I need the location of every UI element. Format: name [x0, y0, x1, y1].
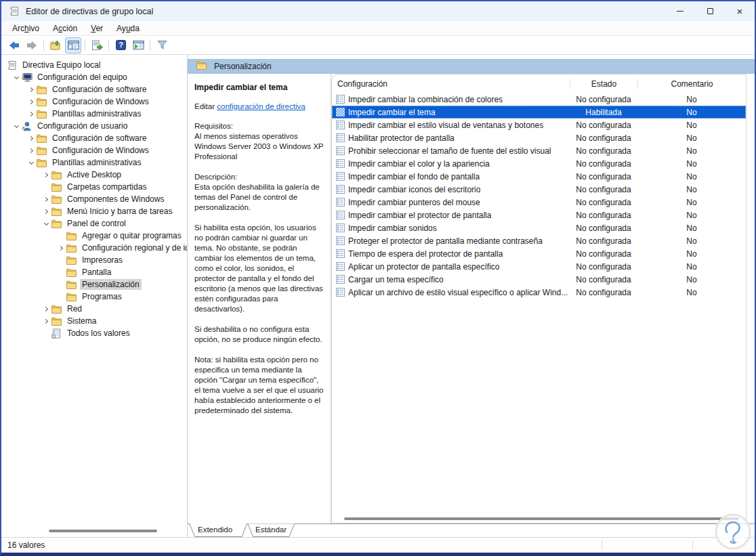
policy-row-impedir-cambiar-el-estilo-visual-de-vent[interactable]: Impedir cambiar el estilo visual de vent… [332, 119, 746, 131]
export-list-button[interactable] [89, 37, 105, 54]
computer-icon [22, 72, 33, 83]
tree-item-configuracion-del-equipo[interactable]: Configuración del equipo [1, 71, 187, 83]
chevron-collapsed-icon[interactable] [41, 198, 51, 201]
tree-item-configuracion-regional-y-de-idioma[interactable]: Configuración regional y de idioma [1, 242, 187, 254]
console-tree-button[interactable] [65, 37, 81, 54]
tree-item-panel-de-control[interactable]: Panel de control [1, 217, 187, 230]
policy-row-aplicar-un-protector-de-pantalla-especif[interactable]: Aplicar un protector de pantalla específ… [332, 260, 746, 273]
chevron-expanded-icon[interactable] [11, 125, 22, 127]
column-header-estado[interactable]: Estado [570, 79, 637, 89]
folder-icon [37, 98, 48, 106]
policy-row-impedir-cambiar-el-fondo-de-pantalla[interactable]: Impedir cambiar el fondo de pantallaNo c… [332, 170, 746, 183]
chevron-collapsed-icon[interactable] [26, 100, 37, 104]
tree-item-carpetas-compartidas[interactable]: Carpetas compartidas [1, 181, 187, 193]
window-controls: × [665, 1, 755, 21]
policy-comentario: No [637, 121, 746, 130]
tree-item-menu-inicio-y-barra-de-tareas[interactable]: Menú Inicio y barra de tareas [1, 205, 187, 217]
tree-item-directiva-equipo-local[interactable]: Directiva Equipo local [1, 59, 187, 71]
policy-icon-selected [336, 108, 345, 116]
folder-icon [51, 305, 63, 314]
tree-item-personalizacion[interactable]: Personalización [1, 278, 187, 291]
tree-item-pantalla[interactable]: Pantalla [1, 266, 187, 278]
policy-row-tiempo-de-espera-del-protector-de-pantal[interactable]: Tiempo de espera del protector de pantal… [332, 247, 746, 260]
policy-row-proteger-el-protector-de-pantalla-median[interactable]: Proteger el protector de pantalla median… [332, 234, 746, 247]
menu-ver[interactable]: Ver [84, 22, 110, 35]
chevron-collapsed-icon[interactable] [41, 173, 51, 177]
menu-archivo[interactable]: Archivo [5, 22, 46, 35]
menu-ayuda[interactable]: Ayuda [110, 22, 146, 35]
chevron-collapsed-icon[interactable] [26, 149, 37, 152]
chevron-collapsed-icon[interactable] [26, 88, 37, 91]
forward-arrow-button[interactable] [24, 37, 40, 54]
policy-row-impedir-cambiar-iconos-del-escritorio[interactable]: Impedir cambiar iconos del escritorioNo … [332, 183, 746, 196]
tab-extendido[interactable]: Extendido [198, 526, 232, 534]
tree-item-impresoras[interactable]: Impresoras [1, 254, 187, 266]
column-header-comentario[interactable]: Comentario [637, 79, 746, 89]
policy-name: Tiempo de espera del protector de pantal… [348, 249, 503, 259]
policy-name: Impedir cambiar punteros del mouse [348, 198, 480, 207]
chevron-expanded-icon[interactable] [26, 162, 37, 164]
policy-row-impedir-cambiar-el-color-y-la-apariencia[interactable]: Impedir cambiar el color y la apariencia… [332, 157, 746, 170]
main-content: Directiva Equipo localConfiguración del … [1, 55, 755, 537]
filter-button[interactable] [154, 37, 170, 54]
policy-icon [336, 223, 345, 232]
chevron-expanded-icon[interactable] [11, 77, 22, 79]
tree-item-label: Pantalla [80, 267, 113, 278]
chevron-collapsed-icon[interactable] [41, 320, 51, 323]
policy-row-impedir-cambiar-sonidos[interactable]: Impedir cambiar sonidosNo configuradaNo [332, 221, 746, 234]
tree-item-todos-los-valores[interactable]: Todos los valores [1, 327, 187, 339]
policy-icon [336, 198, 345, 207]
policy-row-impedir-cambiar-el-protector-de-pantalla[interactable]: Impedir cambiar el protector de pantalla… [332, 209, 746, 221]
tree-item-active-desktop[interactable]: Active Desktop [1, 169, 187, 181]
title-bar: Editor de directivas de grupo local × [1, 1, 755, 21]
maximize-button[interactable] [695, 1, 725, 21]
tree-item-red[interactable]: Red [1, 303, 187, 315]
chevron-collapsed-icon[interactable] [56, 247, 66, 250]
chevron-collapsed-icon[interactable] [26, 137, 37, 140]
policy-row-prohibir-seleccionar-el-tamano-de-fuente[interactable]: Prohibir seleccionar el tamaño de fuente… [332, 144, 746, 157]
back-arrow-button[interactable] [6, 37, 22, 54]
column-header-configuracion[interactable]: Configuración [332, 79, 570, 89]
user-icon [22, 121, 33, 131]
policy-row-impedir-cambiar-la-combinacion-de-colore[interactable]: Impedir cambiar la combinación de colore… [332, 93, 746, 106]
menu-accin[interactable]: Acción [46, 22, 84, 35]
tree-item-plantillas-administrativas[interactable]: Plantillas administrativas [1, 156, 187, 169]
tree-item-configuracion-de-software[interactable]: Configuración de software [1, 83, 187, 95]
close-button[interactable]: × [725, 1, 755, 21]
list-horizontal-scrollbar[interactable] [332, 514, 746, 523]
policy-row-habilitar-protector-de-pantalla[interactable]: Habilitar protector de pantallaNo config… [332, 131, 746, 144]
chevron-collapsed-icon[interactable] [41, 210, 51, 213]
policy-icon [336, 236, 345, 245]
folder-icon [196, 60, 207, 72]
tree-horizontal-scrollbar-thumb[interactable] [49, 530, 157, 532]
tree-item-configuracion-de-windows[interactable]: Configuración de Windows [1, 144, 187, 156]
up-folder-button[interactable] [47, 37, 64, 54]
chevron-expanded-icon[interactable] [41, 223, 51, 225]
scrollbar-thumb[interactable] [344, 517, 739, 520]
policy-row-aplicar-un-archivo-de-estilo-visual-espe[interactable]: Aplicar un archivo de estilo visual espe… [332, 286, 746, 299]
tree-item-agregar-o-quitar-programas[interactable]: Agregar o quitar programas [1, 230, 187, 242]
tree-item-programas[interactable]: Programas [1, 291, 187, 303]
tree-item-label: Agregar o quitar programas [80, 230, 184, 241]
chevron-collapsed-icon[interactable] [26, 112, 37, 116]
chevron-collapsed-icon[interactable] [41, 307, 51, 311]
policy-name: Impedir cambiar sonidos [348, 223, 437, 233]
policy-comentario: No [637, 133, 746, 143]
show-window-button[interactable] [130, 37, 146, 54]
tree-item-configuracion-de-windows[interactable]: Configuración de Windows [1, 95, 187, 108]
tree-item-label: Sistema [65, 316, 98, 326]
tab-estandar[interactable]: Estándar [255, 526, 287, 534]
policy-row-impedir-cambiar-punteros-del-mouse[interactable]: Impedir cambiar punteros del mouseNo con… [332, 196, 746, 209]
tree-item-label: Personalización [80, 279, 142, 290]
tree-item-plantillas-administrativas[interactable]: Plantillas administrativas [1, 108, 187, 120]
policy-row-impedir-cambiar-el-tema[interactable]: Impedir cambiar el temaHabilitadaNo [332, 106, 746, 119]
tree-item-componentes-de-windows[interactable]: Componentes de Windows [1, 193, 187, 205]
tree-item-configuracion-de-usuario[interactable]: Configuración de usuario [1, 120, 187, 132]
tree-item-configuracion-de-software[interactable]: Configuración de software [1, 132, 187, 144]
edit-policy-link[interactable]: configuración de directiva [217, 102, 305, 110]
tree-item-sistema[interactable]: Sistema [1, 315, 187, 327]
policy-row-cargar-un-tema-especifico[interactable]: Cargar un tema específicoNo configuradaN… [332, 273, 746, 286]
help-button[interactable]: ? [112, 37, 129, 54]
minimize-button[interactable] [665, 1, 695, 21]
tree-item-label: Directiva Equipo local [20, 60, 102, 70]
